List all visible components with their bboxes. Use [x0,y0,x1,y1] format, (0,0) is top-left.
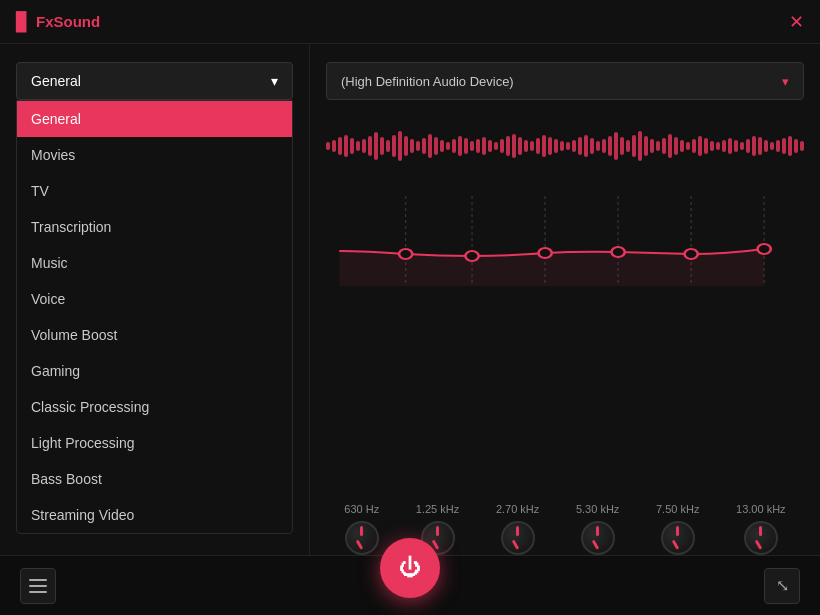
wave-bar [644,136,648,156]
knob-750k[interactable] [661,521,695,555]
wave-bar [488,140,492,152]
wave-bar [794,139,798,153]
wave-bar [668,134,672,158]
wave-bar [536,138,540,154]
wave-bar [698,136,702,156]
wave-bar [686,142,690,150]
wave-bar [440,140,444,152]
wave-bar [602,139,606,153]
preset-item-classic-processing[interactable]: Classic Processing [17,389,292,425]
wave-bar [548,137,552,155]
wave-bar [734,140,738,152]
wave-bar [788,136,792,156]
expand-button[interactable]: ⤡ [764,568,800,604]
wave-bar [722,140,726,152]
knob-indicator-530k [596,526,599,536]
wave-bar [710,141,714,151]
wave-bar [380,137,384,155]
title-bar: ▊ FxSound ✕ [0,0,820,44]
wave-bar [422,138,426,154]
freq-label-125k: 1.25 kHz [416,503,459,515]
hamburger-line-3 [29,591,47,593]
expand-icon: ⤡ [776,576,789,595]
wave-bar [590,138,594,154]
wave-bar [500,139,504,153]
preset-dropdown-menu: General Movies TV Transcription Music Vo… [16,100,293,534]
preset-item-music[interactable]: Music [17,245,292,281]
wave-bar [350,138,354,154]
wave-bar [776,140,780,152]
device-chevron-icon: ▾ [782,74,789,89]
hamburger-line-2 [29,585,47,587]
wave-bar [728,138,732,154]
wave-bar [512,134,516,158]
wave-bar [326,142,330,150]
preset-item-general[interactable]: General [17,101,292,137]
wave-bar [626,140,630,152]
power-button[interactable]: ⏻ [380,538,440,598]
wave-bar [434,137,438,155]
knob-indicator-630 [360,526,363,536]
wave-bar [596,141,600,151]
power-icon: ⏻ [399,555,421,581]
wave-bar [578,137,582,155]
knob-530k[interactable] [581,521,615,555]
preset-item-bass-boost[interactable]: Bass Boost [17,461,292,497]
preset-item-gaming[interactable]: Gaming [17,353,292,389]
left-panel: General ▾ General Movies TV Transcriptio… [0,44,309,555]
freq-item-630: 630 Hz [344,503,379,555]
wave-bar [494,142,498,150]
wave-bar [368,136,372,156]
freq-item-750k: 7.50 kHz [656,503,699,555]
wave-bar [740,142,744,150]
preset-item-transcription[interactable]: Transcription [17,209,292,245]
knob-indicator-13k [759,526,762,536]
right-panel: (High Definition Audio Device) ▾ [310,44,820,555]
freq-item-13k: 13.00 kHz [736,503,786,555]
wave-bar [758,137,762,155]
wave-bar [446,142,450,150]
preset-item-light-processing[interactable]: Light Processing [17,425,292,461]
wave-bar [572,140,576,152]
wave-bar [746,139,750,153]
wave-bar [398,131,402,161]
wave-bar [638,131,642,161]
wave-bar [800,141,804,151]
wave-bar [608,136,612,156]
preset-item-tv[interactable]: TV [17,173,292,209]
svg-point-10 [685,249,698,259]
app-title: FxSound [36,13,100,30]
eq-area [326,186,804,499]
close-button[interactable]: ✕ [789,13,804,31]
knob-indicator-750k [676,526,679,536]
preset-item-volume-boost[interactable]: Volume Boost [17,317,292,353]
wave-bar [770,142,774,150]
wave-bar [764,140,768,152]
svg-point-9 [611,247,624,257]
freq-label-13k: 13.00 kHz [736,503,786,515]
preset-item-movies[interactable]: Movies [17,137,292,173]
main-content: General ▾ General Movies TV Transcriptio… [0,44,820,555]
preset-item-voice[interactable]: Voice [17,281,292,317]
preset-dropdown-selector[interactable]: General ▾ [16,62,293,100]
menu-button[interactable] [20,568,56,604]
wave-bar [410,139,414,153]
device-dropdown[interactable]: (High Definition Audio Device) ▾ [326,62,804,100]
wave-bar [374,132,378,160]
wave-bar [680,140,684,152]
wave-bar [584,135,588,157]
knob-270k[interactable] [501,521,535,555]
wave-bar [524,140,528,152]
wave-bar [470,141,474,151]
wave-bar [464,138,468,154]
wave-bar [716,142,720,150]
wave-bar [476,139,480,153]
svg-point-8 [538,248,551,258]
wave-bar [506,136,510,156]
knob-630[interactable] [345,521,379,555]
preset-item-streaming-video[interactable]: Streaming Video [17,497,292,533]
wave-bar [344,135,348,157]
wave-bar [560,141,564,151]
knob-13k[interactable] [744,521,778,555]
freq-item-530k: 5.30 kHz [576,503,619,555]
